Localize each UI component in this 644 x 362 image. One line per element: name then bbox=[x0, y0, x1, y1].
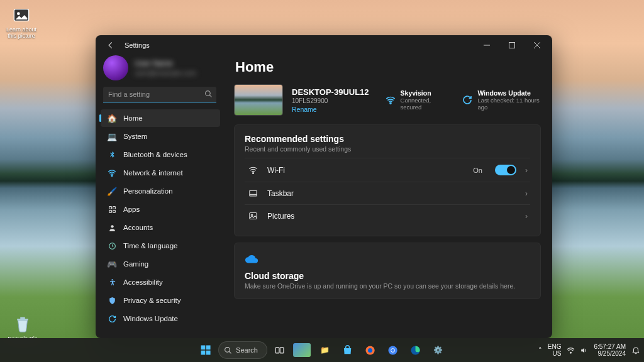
globe-clock-icon bbox=[107, 241, 117, 251]
recommended-card: Recommended settings Recent and commonly… bbox=[234, 124, 541, 236]
tray-chevron-icon[interactable]: ˄ bbox=[538, 346, 542, 354]
start-button[interactable] bbox=[196, 340, 216, 360]
search-input[interactable] bbox=[103, 87, 216, 102]
taskbar-icon bbox=[247, 189, 258, 198]
volume-tray-icon bbox=[580, 346, 588, 354]
nav-accounts[interactable]: Accounts bbox=[101, 219, 220, 236]
app-button-1[interactable] bbox=[360, 340, 380, 360]
nav-privacy[interactable]: Privacy & security bbox=[101, 292, 220, 309]
nav-label: Apps bbox=[123, 206, 140, 213]
device-name: DESKTOP-39UUL12 bbox=[292, 87, 369, 97]
maximize-button[interactable] bbox=[499, 36, 525, 54]
update-icon bbox=[107, 314, 117, 324]
svg-rect-6 bbox=[113, 206, 115, 209]
system-icon: 💻 bbox=[107, 131, 117, 141]
language-indicator[interactable]: ENGUS bbox=[548, 343, 562, 358]
chevron-right-icon: › bbox=[525, 212, 528, 221]
pictures-icon bbox=[247, 211, 258, 221]
back-button[interactable] bbox=[103, 38, 118, 53]
wifi-tray-icon bbox=[567, 346, 575, 354]
card-subtitle: Make sure OneDrive is up and running on … bbox=[245, 282, 530, 290]
svg-point-13 bbox=[252, 173, 253, 174]
update-state: Last checked: 11 hours ago bbox=[477, 97, 541, 111]
svg-rect-18 bbox=[206, 346, 211, 350]
nav-gaming[interactable]: 🎮Gaming bbox=[101, 255, 220, 273]
nav: 🏠Home 💻System Bluetooth & devices Networ… bbox=[96, 109, 223, 338]
svg-rect-14 bbox=[249, 190, 256, 196]
svg-point-30 bbox=[570, 352, 572, 353]
nav-bluetooth[interactable]: Bluetooth & devices bbox=[101, 146, 220, 163]
row-label: Pictures bbox=[267, 212, 516, 221]
settings-window: Settings User Name user@example.com bbox=[96, 35, 552, 338]
accessibility-icon bbox=[107, 277, 117, 287]
chevron-right-icon: › bbox=[525, 166, 528, 175]
store-button[interactable] bbox=[338, 340, 358, 360]
nav-home[interactable]: 🏠Home bbox=[101, 109, 220, 127]
nav-label: Network & internet bbox=[123, 169, 183, 177]
nav-apps[interactable]: Apps bbox=[101, 200, 220, 218]
nav-label: Accessibility bbox=[123, 278, 163, 286]
svg-point-21 bbox=[225, 347, 230, 352]
wifi-status-block[interactable]: SkyvisionConnected, secured bbox=[386, 89, 447, 111]
desktop-icon-learn-about[interactable]: Learn about this picture bbox=[3, 5, 40, 39]
svg-rect-7 bbox=[109, 210, 111, 212]
main-content: Home DESKTOP-39UUL12 10FLS29900 Rename S… bbox=[226, 55, 552, 338]
svg-rect-17 bbox=[201, 346, 206, 350]
shield-icon bbox=[107, 295, 117, 305]
row-pictures[interactable]: Pictures › bbox=[245, 204, 530, 227]
system-tray[interactable] bbox=[567, 346, 588, 354]
nav-system[interactable]: 💻System bbox=[101, 128, 220, 145]
person-icon bbox=[107, 222, 117, 233]
nav-label: Home bbox=[123, 114, 143, 122]
nav-personalization[interactable]: 🖌️Personalization bbox=[101, 182, 220, 200]
wifi-icon bbox=[247, 165, 258, 175]
explorer-button[interactable]: 📁 bbox=[315, 340, 335, 360]
cloud-icon bbox=[245, 252, 530, 266]
svg-point-16 bbox=[251, 214, 253, 216]
desktop-icon-label: Learn about this picture bbox=[3, 26, 40, 39]
svg-point-12 bbox=[390, 102, 391, 104]
row-wifi[interactable]: Wi-Fi On › bbox=[245, 158, 530, 182]
chrome-button[interactable] bbox=[383, 340, 403, 360]
svg-rect-5 bbox=[109, 206, 111, 209]
taskbar-right: ˄ ENGUS 6:57:27 AM9/25/2024 bbox=[538, 343, 640, 358]
task-view-button[interactable] bbox=[270, 340, 290, 360]
chevron-right-icon: › bbox=[525, 189, 528, 198]
svg-rect-8 bbox=[113, 210, 115, 212]
notifications-tray-icon[interactable] bbox=[631, 346, 640, 354]
update-icon bbox=[462, 94, 472, 106]
brush-icon: 🖌️ bbox=[107, 186, 117, 196]
card-title: Cloud storage bbox=[245, 271, 530, 281]
nav-network[interactable]: Network & internet bbox=[101, 164, 220, 182]
svg-point-25 bbox=[368, 348, 372, 352]
recycle-bin-icon bbox=[13, 314, 33, 334]
update-status-block[interactable]: Windows UpdateLast checked: 11 hours ago bbox=[462, 89, 541, 111]
rename-link[interactable]: Rename bbox=[292, 106, 369, 113]
taskbar: Search 📁 ⚙️ ˄ ENGUS 6:57:27 AM9/25/ bbox=[0, 338, 644, 362]
nav-label: System bbox=[123, 133, 147, 140]
wifi-icon bbox=[107, 168, 117, 178]
nav-accessibility[interactable]: Accessibility bbox=[101, 273, 220, 291]
account-header[interactable]: User Name user@example.com bbox=[96, 55, 223, 84]
taskbar-search[interactable]: Search bbox=[218, 341, 267, 359]
settings-taskbar-button[interactable]: ⚙️ bbox=[428, 340, 448, 360]
minimize-button[interactable] bbox=[474, 36, 499, 54]
nav-time[interactable]: Time & language bbox=[101, 237, 220, 255]
svg-point-28 bbox=[391, 349, 394, 352]
sidebar: User Name user@example.com 🏠Home 💻System… bbox=[96, 55, 226, 338]
nav-update[interactable]: Windows Update bbox=[101, 310, 220, 327]
svg-rect-20 bbox=[206, 351, 211, 355]
bluetooth-icon bbox=[107, 150, 117, 160]
widgets-button[interactable] bbox=[292, 340, 313, 360]
photo-info-icon bbox=[11, 5, 31, 25]
svg-rect-23 bbox=[280, 348, 284, 353]
svg-point-9 bbox=[111, 225, 113, 228]
close-button[interactable] bbox=[525, 36, 550, 54]
wifi-toggle[interactable] bbox=[495, 165, 516, 175]
nav-label: Gaming bbox=[123, 260, 148, 268]
edge-button[interactable] bbox=[406, 340, 426, 360]
gaming-icon: 🎮 bbox=[107, 259, 117, 269]
cloud-card: Cloud storage Make sure OneDrive is up a… bbox=[234, 243, 541, 299]
clock[interactable]: 6:57:27 AM9/25/2024 bbox=[594, 343, 626, 358]
row-taskbar[interactable]: Taskbar › bbox=[245, 182, 530, 204]
